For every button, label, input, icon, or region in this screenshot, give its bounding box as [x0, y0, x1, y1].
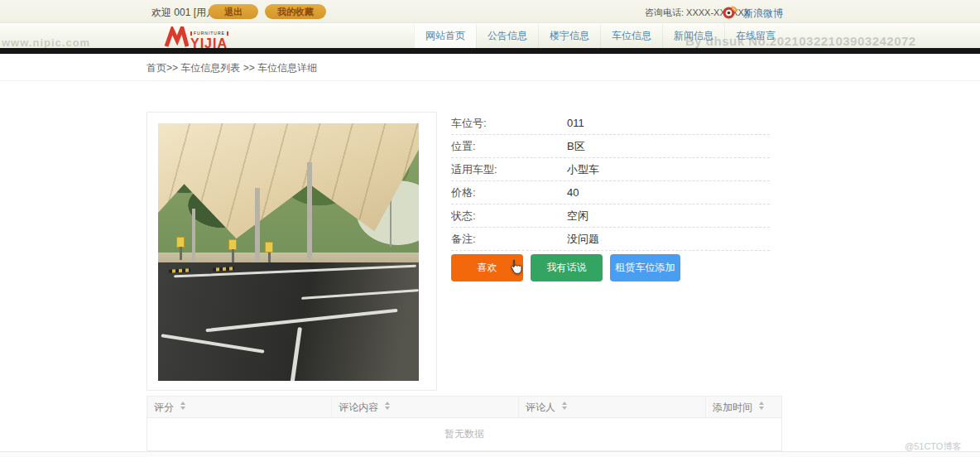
comment-button[interactable]: 我有话说 [531, 254, 603, 281]
detail-label: 备注: [451, 233, 476, 245]
sort-icon[interactable] [759, 402, 764, 410]
photo-sign [176, 237, 185, 248]
photo-sign [265, 242, 273, 253]
logout-button[interactable]: 退出 [209, 4, 258, 19]
photo-sign-post [180, 247, 182, 260]
rent-add-button[interactable]: 租赁车位添加 [610, 254, 680, 281]
breadcrumb[interactable]: 首页>> 车位信息列表 >> 车位信息详细 [147, 61, 317, 75]
parking-detail-list: 车位号: 011 位置: B区 适用车型: 小型车 价格: 40 状态: 空闲 … [451, 112, 770, 251]
weibo-link[interactable]: 新浪微博 [743, 7, 783, 21]
detail-value: 011 [567, 112, 584, 135]
comments-table-header: 评分 评论内容 评论人 添加时间 [147, 397, 781, 418]
like-button[interactable]: 喜欢 [451, 254, 523, 281]
photo-pole [307, 162, 312, 260]
detail-row-location: 位置: B区 [451, 135, 770, 158]
top-bar: 欢迎 001 [用户] 退出 我的收藏 咨询电话: XXXX-XXXXXX 新浪… [0, 0, 980, 23]
my-favorites-button[interactable]: 我的收藏 [265, 4, 326, 19]
watermark-serial: By dhsuk No.20210322103903242072 [685, 34, 916, 48]
footer-strip [0, 452, 980, 457]
action-buttons: 喜欢 我有话说 租赁车位添加 [451, 254, 680, 281]
detail-row-price: 价格: 40 [451, 181, 770, 204]
header-score[interactable]: 评分 [147, 397, 331, 417]
detail-value: 没问题 [567, 228, 599, 251]
watermark-51cto: @51CTO博客 [905, 440, 961, 453]
detail-label: 价格: [451, 186, 476, 199]
photo-sign [228, 239, 237, 250]
weibo-icon [722, 3, 738, 20]
logo-furniture-text: FURNITURE [190, 31, 228, 36]
detail-value: 空闲 [567, 204, 588, 228]
breadcrumb-band: 首页>> 车位信息列表 >> 车位信息详细 [0, 54, 980, 81]
parking-photo-card [147, 112, 437, 391]
menu-item-home[interactable]: 网站首页 [414, 24, 476, 48]
parking-photo [158, 123, 419, 381]
detail-label: 位置: [451, 140, 476, 152]
header-commenter[interactable]: 评论人 [518, 397, 705, 417]
menu-item-parking[interactable]: 车位信息 [600, 24, 662, 48]
watermark-nipic: www.nipic.com [2, 36, 90, 49]
detail-value: B区 [567, 135, 585, 158]
detail-row-remark: 备注: 没问题 [451, 228, 770, 251]
black-divider-bar [0, 48, 980, 54]
empty-data-row: 暂无数据 [147, 418, 781, 450]
sort-icon[interactable] [385, 402, 390, 410]
comments-table: 评分 评论内容 评论人 添加时间 暂无数据 [147, 396, 782, 451]
detail-label: 适用车型: [451, 163, 497, 176]
detail-label: 状态: [451, 209, 476, 222]
detail-label: 车位号: [451, 117, 487, 129]
detail-value: 小型车 [567, 158, 599, 181]
menu-item-building[interactable]: 楼宇信息 [538, 24, 600, 48]
yijia-logo-icon [164, 26, 189, 48]
sort-icon[interactable] [180, 402, 185, 410]
header-addtime[interactable]: 添加时间 [705, 397, 781, 417]
site-logo[interactable]: FURNITURE YIJIA [164, 23, 228, 51]
photo-sign-post [232, 249, 234, 262]
detail-value: 40 [567, 181, 579, 204]
detail-row-status: 状态: 空闲 [451, 204, 770, 228]
menu-item-notice[interactable]: 公告信息 [476, 24, 538, 48]
detail-row-cartype: 适用车型: 小型车 [451, 158, 770, 181]
header-content[interactable]: 评论内容 [331, 397, 518, 417]
detail-row-number: 车位号: 011 [451, 112, 770, 135]
sort-icon[interactable] [562, 402, 567, 410]
